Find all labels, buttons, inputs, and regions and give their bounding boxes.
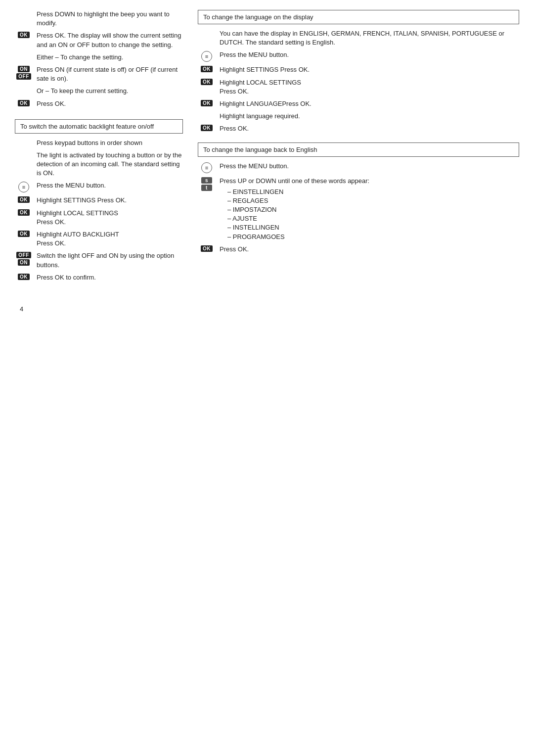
either-text: Either – To change the setting.	[37, 53, 183, 62]
ok-badge: OK	[18, 231, 30, 237]
badge-area: OK	[15, 230, 33, 237]
step-text: Press keypad buttons in order shown	[37, 139, 183, 147]
badge-area: OK	[15, 196, 33, 203]
ok-badge: OK	[18, 274, 30, 280]
list-item: Press DOWN to highlight the beep you wan…	[15, 10, 183, 28]
list-item: INSTELLINGEN	[227, 223, 519, 232]
word-list: EINSTELLINGEN REGLAGES IMPOSTAZION AJUST…	[220, 188, 519, 241]
badge-area: OK	[15, 209, 33, 216]
list-item: OK Press OK.	[198, 245, 519, 254]
badge-area: OK	[198, 65, 216, 72]
list-item: OK Highlight SETTINGS Press OK.	[198, 65, 519, 74]
list-item: OK Highlight SETTINGS Press OK.	[15, 196, 183, 205]
page-layout: Press DOWN to highlight the beep you wan…	[15, 10, 519, 285]
on-badge: ON	[18, 66, 30, 72]
step-text: Switch the light OFF and ON by using the…	[37, 251, 183, 269]
step-text: Press the MENU button.	[220, 162, 519, 171]
step-text: Press OK. The display will show the curr…	[37, 31, 183, 49]
backlight-section-title: To switch the automatic backlight featur…	[15, 119, 183, 134]
language-intro: You can have the display in ENGLISH, GER…	[220, 29, 519, 47]
ok-badge: OK	[201, 66, 213, 72]
step-text: Press OK.	[37, 99, 183, 108]
list-item: OFF ON Switch the light OFF and ON by us…	[15, 251, 183, 269]
step-text: Highlight LOCAL SETTINGSPress OK.	[37, 209, 183, 227]
back-english-section-title: To change the language back to English	[198, 142, 519, 157]
list-item: EINSTELLINGEN	[227, 188, 519, 196]
list-item: AJUSTE	[227, 214, 519, 223]
menu-icon: ≡	[201, 162, 212, 173]
list-item: OK Highlight AUTO BACKLIGHTPress OK.	[15, 230, 183, 248]
press-up-down-text: Press UP or DOWN until one of these word…	[220, 177, 369, 185]
list-item: OK Highlight LANGUAGEPress OK.	[198, 99, 519, 108]
step-text: Press OK.	[220, 245, 519, 254]
off-badge: OFF	[16, 73, 31, 80]
or-text: Or – To keep the current setting.	[37, 87, 183, 95]
menu-icon: ≡	[201, 51, 212, 62]
step-text: The light is activated by touching a but…	[37, 151, 183, 178]
ok-badge: OK	[18, 100, 30, 106]
step-text: Press ON (if current state is off) or OF…	[37, 65, 183, 83]
step-text: Highlight LOCAL SETTINGSPress OK.	[220, 78, 519, 96]
language-section: To change the language on the display Yo…	[198, 10, 519, 134]
step-text: Highlight SETTINGS Press OK.	[37, 196, 183, 205]
page-number: 4	[15, 305, 519, 313]
ok-badge: OK	[18, 209, 30, 216]
badge-area: OK	[198, 245, 216, 252]
list-item: ≡ Press the MENU button.	[198, 50, 519, 62]
badge-area: ≡	[15, 181, 33, 192]
list-item: PROGRAMGOES	[227, 233, 519, 241]
step-text: Press UP or DOWN until one of these word…	[220, 177, 519, 241]
step-text: Press DOWN to highlight the beep you wan…	[37, 10, 183, 28]
list-item: OK Press OK. The display will show the c…	[15, 31, 183, 49]
ok-badge: OK	[18, 32, 30, 38]
ok-badge: OK	[201, 125, 213, 131]
ok-badge: OK	[18, 196, 30, 203]
left-column: Press DOWN to highlight the beep you wan…	[15, 10, 183, 285]
list-item: OK Highlight LOCAL SETTINGSPress OK.	[15, 209, 183, 227]
list-item: OK Press OK to confirm.	[15, 273, 183, 282]
step-text: Press the MENU button.	[37, 181, 183, 190]
badge-area: OK	[198, 124, 216, 131]
list-item: ≡ Press the MENU button.	[198, 162, 519, 173]
on-badge: ON	[18, 259, 30, 266]
language-section-title: To change the language on the display	[198, 10, 519, 24]
list-item: OK Highlight LOCAL SETTINGSPress OK.	[198, 78, 519, 96]
badge-area: OK	[15, 99, 33, 106]
step-text: Highlight AUTO BACKLIGHTPress OK.	[37, 230, 183, 248]
list-item: ≡ Press the MENU button.	[15, 181, 183, 192]
ok-badge: OK	[201, 245, 213, 252]
badge-area: OK	[15, 31, 33, 38]
badge-area: ON OFF	[15, 65, 33, 80]
step-text: Highlight LANGUAGEPress OK.	[220, 99, 519, 108]
language-title-text: To change the language on the display	[203, 13, 313, 21]
badge-area: OK	[15, 273, 33, 280]
t-badge: t	[201, 185, 212, 191]
badge-area: OFF ON	[15, 251, 33, 266]
backlight-title-text: To switch the automatic backlight featur…	[20, 123, 154, 130]
badge-area: OK	[198, 78, 216, 85]
menu-icon: ≡	[18, 182, 29, 192]
back-english-section: To change the language back to English ≡…	[198, 142, 519, 254]
badge-area: OK	[198, 99, 216, 106]
right-column: To change the language on the display Yo…	[198, 10, 519, 263]
badge-area: ≡	[198, 162, 216, 173]
step-text: Highlight SETTINGS Press OK.	[220, 65, 519, 74]
badge-area: s t	[198, 177, 216, 191]
list-item: ON OFF Press ON (if current state is off…	[15, 65, 183, 83]
off-badge: OFF	[16, 252, 31, 258]
ok-badge: OK	[201, 100, 213, 106]
badge-area: ≡	[198, 50, 216, 62]
badge-area	[15, 10, 33, 10]
step-text: Press the MENU button.	[220, 50, 519, 59]
s-badge: s	[201, 177, 212, 184]
list-item: OK Press OK.	[198, 124, 519, 133]
list-item: REGLAGES	[227, 196, 519, 205]
list-item: IMPOSTAZION	[227, 205, 519, 214]
back-english-title-text: To change the language back to English	[203, 146, 317, 153]
step-text: Press OK.	[220, 124, 519, 133]
step-text: Highlight language required.	[220, 112, 519, 121]
list-item: OK Press OK.	[15, 99, 183, 108]
ok-badge: OK	[201, 79, 213, 85]
list-item: s t Press UP or DOWN until one of these …	[198, 177, 519, 241]
step-text: Press OK to confirm.	[37, 273, 183, 282]
